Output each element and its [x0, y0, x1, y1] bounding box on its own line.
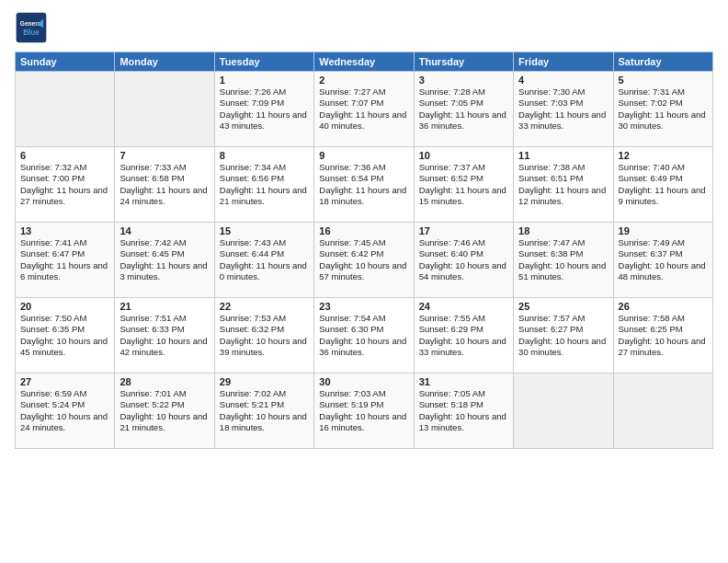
page: General Blue SundayMondayTuesdayWednesda… — [0, 0, 728, 563]
day-info: Daylight: 10 hours and 39 minutes. — [220, 336, 309, 359]
day-number: 4 — [518, 75, 608, 86]
calendar-cell: 2Sunrise: 7:27 AMSunset: 7:07 PMDaylight… — [314, 72, 414, 147]
day-info: Daylight: 11 hours and 33 minutes. — [518, 109, 608, 132]
day-number: 22 — [220, 301, 309, 312]
calendar-cell: 7Sunrise: 7:33 AMSunset: 6:58 PMDaylight… — [115, 147, 214, 223]
calendar-cell: 26Sunrise: 7:58 AMSunset: 6:25 PMDayligh… — [613, 298, 712, 373]
day-info: Sunset: 6:49 PM — [619, 173, 708, 184]
day-info: Sunset: 5:18 PM — [419, 399, 508, 410]
day-number: 3 — [419, 75, 508, 86]
day-number: 8 — [220, 150, 309, 161]
calendar-cell: 24Sunrise: 7:55 AMSunset: 6:29 PMDayligh… — [414, 298, 513, 373]
calendar-cell: 20Sunrise: 7:50 AMSunset: 6:35 PMDayligh… — [16, 298, 115, 373]
day-info: Sunrise: 7:53 AM — [220, 313, 309, 324]
logo: General Blue — [15, 11, 51, 44]
day-info: Sunrise: 7:02 AM — [220, 388, 309, 399]
day-info: Sunset: 6:47 PM — [20, 248, 109, 259]
day-info: Daylight: 10 hours and 18 minutes. — [220, 411, 309, 434]
logo-svg: General Blue — [15, 11, 48, 44]
day-info: Sunset: 7:00 PM — [20, 173, 109, 184]
calendar-week-5: 27Sunrise: 6:59 AMSunset: 5:24 PMDayligh… — [16, 373, 713, 449]
day-info: Daylight: 10 hours and 13 minutes. — [419, 411, 508, 434]
day-info: Sunrise: 7:58 AM — [619, 313, 708, 324]
day-info: Sunrise: 7:50 AM — [20, 313, 109, 324]
day-info: Sunrise: 7:47 AM — [518, 237, 608, 248]
calendar-cell: 16Sunrise: 7:45 AMSunset: 6:42 PMDayligh… — [314, 223, 414, 298]
day-header-thursday: Thursday — [414, 52, 513, 72]
day-info: Daylight: 10 hours and 33 minutes. — [419, 336, 508, 359]
calendar-cell: 17Sunrise: 7:46 AMSunset: 6:40 PMDayligh… — [414, 223, 513, 298]
day-info: Sunset: 6:29 PM — [419, 324, 508, 335]
day-info: Daylight: 11 hours and 36 minutes. — [419, 109, 508, 132]
day-info: Sunrise: 7:37 AM — [419, 162, 508, 173]
calendar-body: 1Sunrise: 7:26 AMSunset: 7:09 PMDaylight… — [16, 72, 713, 449]
day-info: Daylight: 11 hours and 21 minutes. — [220, 185, 309, 208]
day-number: 15 — [220, 225, 309, 236]
day-info: Sunrise: 7:05 AM — [419, 388, 508, 399]
day-info: Daylight: 11 hours and 30 minutes. — [619, 109, 708, 132]
day-info: Sunset: 6:37 PM — [619, 248, 708, 259]
day-info: Daylight: 11 hours and 9 minutes. — [619, 185, 708, 208]
day-header-monday: Monday — [115, 52, 214, 72]
day-info: Sunset: 6:45 PM — [119, 248, 209, 259]
calendar-cell: 30Sunrise: 7:03 AMSunset: 5:19 PMDayligh… — [314, 373, 414, 449]
calendar-cell: 9Sunrise: 7:36 AMSunset: 6:54 PMDaylight… — [314, 147, 414, 223]
day-number: 12 — [619, 150, 708, 161]
calendar-cell — [16, 72, 115, 147]
day-info: Sunrise: 7:36 AM — [319, 162, 408, 173]
day-info: Sunrise: 7:41 AM — [20, 237, 109, 248]
day-info: Daylight: 11 hours and 24 minutes. — [119, 185, 209, 208]
calendar-cell: 29Sunrise: 7:02 AMSunset: 5:21 PMDayligh… — [214, 373, 313, 449]
day-info: Daylight: 10 hours and 57 minutes. — [319, 260, 408, 283]
day-number: 21 — [119, 301, 209, 312]
day-info: Sunset: 6:38 PM — [518, 248, 608, 259]
calendar-cell: 5Sunrise: 7:31 AMSunset: 7:02 PMDaylight… — [613, 72, 712, 147]
day-info: Sunset: 5:19 PM — [319, 399, 408, 410]
day-info: Sunset: 5:24 PM — [20, 399, 109, 410]
day-number: 9 — [319, 150, 408, 161]
day-info: Daylight: 10 hours and 51 minutes. — [518, 260, 608, 283]
day-info: Sunset: 6:56 PM — [220, 173, 309, 184]
day-info: Daylight: 11 hours and 0 minutes. — [220, 260, 309, 283]
day-number: 7 — [119, 150, 209, 161]
day-info: Daylight: 10 hours and 54 minutes. — [419, 260, 508, 283]
day-number: 20 — [20, 301, 109, 312]
day-info: Sunrise: 7:55 AM — [419, 313, 508, 324]
day-number: 11 — [518, 150, 608, 161]
day-info: Sunrise: 7:49 AM — [619, 237, 708, 248]
calendar-week-4: 20Sunrise: 7:50 AMSunset: 6:35 PMDayligh… — [16, 298, 713, 373]
day-number: 19 — [619, 225, 708, 236]
day-info: Daylight: 10 hours and 36 minutes. — [319, 336, 408, 359]
day-info: Sunrise: 7:40 AM — [619, 162, 708, 173]
day-info: Sunrise: 7:32 AM — [20, 162, 109, 173]
day-info: Sunset: 7:07 PM — [319, 98, 408, 109]
day-number: 5 — [619, 75, 708, 86]
day-number: 24 — [419, 301, 508, 312]
day-info: Daylight: 10 hours and 21 minutes. — [119, 411, 209, 434]
day-number: 1 — [220, 75, 309, 86]
day-info: Sunset: 7:03 PM — [518, 98, 608, 109]
day-info: Sunrise: 7:33 AM — [119, 162, 209, 173]
day-info: Sunset: 6:33 PM — [119, 324, 209, 335]
calendar-cell — [115, 72, 214, 147]
calendar-cell: 23Sunrise: 7:54 AMSunset: 6:30 PMDayligh… — [314, 298, 414, 373]
day-info: Sunrise: 7:27 AM — [319, 86, 408, 98]
calendar-cell: 27Sunrise: 6:59 AMSunset: 5:24 PMDayligh… — [16, 373, 115, 449]
day-number: 16 — [319, 225, 408, 236]
calendar-week-2: 6Sunrise: 7:32 AMSunset: 7:00 PMDaylight… — [16, 147, 713, 223]
day-info: Daylight: 10 hours and 48 minutes. — [619, 260, 708, 283]
day-info: Sunrise: 7:03 AM — [319, 388, 408, 399]
calendar-cell: 10Sunrise: 7:37 AMSunset: 6:52 PMDayligh… — [414, 147, 513, 223]
calendar-cell: 18Sunrise: 7:47 AMSunset: 6:38 PMDayligh… — [514, 223, 613, 298]
day-info: Sunrise: 7:42 AM — [119, 237, 209, 248]
day-header-friday: Friday — [514, 52, 613, 72]
header: General Blue — [15, 11, 713, 44]
day-info: Sunrise: 7:43 AM — [220, 237, 309, 248]
calendar-cell — [613, 373, 712, 449]
calendar-table: SundayMondayTuesdayWednesdayThursdayFrid… — [15, 52, 713, 449]
day-info: Sunset: 7:05 PM — [419, 98, 508, 109]
day-number: 26 — [619, 301, 708, 312]
day-info: Sunrise: 7:30 AM — [518, 86, 608, 98]
day-number: 18 — [518, 225, 608, 236]
day-number: 13 — [20, 225, 109, 236]
